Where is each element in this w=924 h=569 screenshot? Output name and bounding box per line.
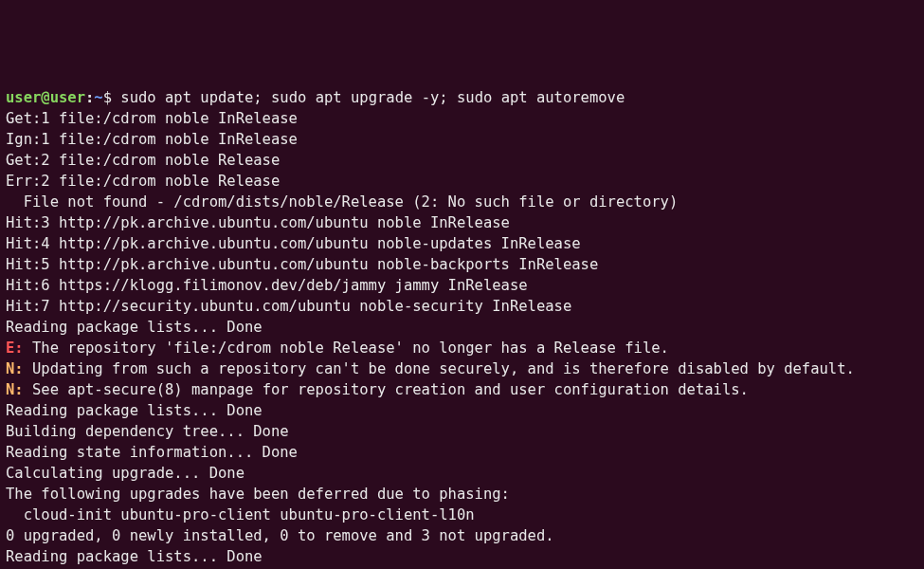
terminal-line: N: Updating from such a repository can't…: [6, 358, 918, 379]
notice-tag: N:: [6, 381, 24, 398]
terminal-line: user@user:~$ sudo apt update; sudo apt u…: [6, 87, 918, 108]
terminal-line: Hit:7 http://security.ubuntu.com/ubuntu …: [6, 296, 918, 317]
command-text: sudo apt update; sudo apt upgrade -y; su…: [120, 89, 625, 106]
terminal-line: Hit:3 http://pk.archive.ubuntu.com/ubunt…: [6, 212, 918, 233]
terminal-line: Reading package lists... Done: [6, 546, 918, 567]
terminal-line: The following upgrades have been deferre…: [6, 484, 918, 505]
terminal-line: Hit:5 http://pk.archive.ubuntu.com/ubunt…: [6, 254, 918, 275]
prompt-path: ~: [94, 89, 102, 106]
terminal-line: 0 upgraded, 0 newly installed, 0 to remo…: [6, 525, 918, 546]
terminal-line: Get:1 file:/cdrom noble InRelease: [6, 108, 918, 129]
terminal-line: Reading state information... Done: [6, 442, 918, 463]
terminal-line: Calculating upgrade... Done: [6, 463, 918, 484]
terminal-line: Get:2 file:/cdrom noble Release: [6, 150, 918, 171]
terminal-line: Reading package lists... Done: [6, 400, 918, 421]
terminal-line: Reading package lists... Done: [6, 317, 918, 338]
error-tag: E:: [6, 340, 24, 357]
terminal-line: File not found - /cdrom/dists/noble/Rele…: [6, 192, 918, 212]
terminal-line: Ign:1 file:/cdrom noble InRelease: [6, 129, 918, 150]
terminal-window[interactable]: user@user:~$ sudo apt update; sudo apt u…: [6, 87, 918, 569]
terminal-line: cloud-init ubuntu-pro-client ubuntu-pro-…: [6, 505, 918, 525]
prompt-user-host: user@user: [6, 89, 85, 106]
terminal-line: Hit:6 https://klogg.filimonov.dev/deb/ja…: [6, 275, 918, 296]
prompt-symbol: $: [103, 89, 121, 106]
terminal-line: N: See apt-secure(8) manpage for reposit…: [6, 379, 918, 400]
terminal-line: Building dependency tree... Done: [6, 421, 918, 442]
terminal-line: Hit:4 http://pk.archive.ubuntu.com/ubunt…: [6, 233, 918, 254]
terminal-line: E: The repository 'file:/cdrom noble Rel…: [6, 338, 918, 358]
notice-tag: N:: [6, 360, 24, 377]
terminal-line: Err:2 file:/cdrom noble Release: [6, 171, 918, 192]
prompt-colon: :: [85, 89, 94, 106]
